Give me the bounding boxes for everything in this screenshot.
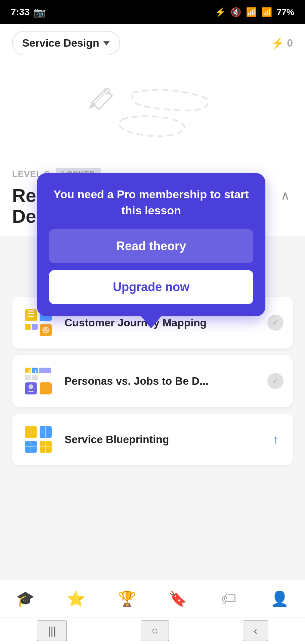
svg-rect-19: [40, 382, 52, 394]
svg-rect-15: [39, 368, 51, 373]
camera-icon: 📷: [34, 7, 45, 18]
battery: 77%: [277, 7, 294, 17]
lesson-icon: J T: [21, 366, 55, 396]
lesson-title-text: Personas vs. Jobs to Be D...: [64, 375, 258, 387]
level-section: LEVEL 2 LOCKED ResDes ∧ You need a Pro m…: [0, 160, 305, 236]
lesson-title-text: Service Blueprinting: [64, 433, 258, 446]
collapse-button[interactable]: ∧: [277, 185, 293, 206]
popup-message: You need a Pro membership to start this …: [49, 186, 253, 218]
list-item[interactable]: Service Blueprinting ↑: [12, 414, 293, 465]
nav-item-bookmarks[interactable]: 🔖: [165, 587, 191, 610]
signal-icon: 📶: [261, 7, 272, 17]
lesson-icon: [21, 424, 55, 454]
blueprinting-icon: [23, 424, 53, 454]
svg-point-11: [43, 328, 45, 330]
read-theory-button[interactable]: Read theory: [49, 229, 253, 263]
status-bar-right: ⚡ 🔇 📶 📶 77%: [215, 7, 294, 17]
check-icon: ✓: [267, 373, 284, 389]
bottom-nav: 🎓 ⭐ 🏆 🔖 🏷 👤: [0, 580, 305, 617]
nav-item-learn[interactable]: 🎓: [12, 587, 39, 610]
bluetooth-icon: ⚡: [215, 7, 226, 17]
status-bar-left: 7:33 📷: [11, 7, 45, 18]
header: Service Design ⚡ 0: [0, 24, 305, 62]
personas-icon: J T: [23, 366, 53, 396]
wifi-icon: 📶: [246, 7, 257, 17]
nav-item-labels[interactable]: 🏷: [215, 587, 242, 610]
popup-arrow: [141, 316, 161, 328]
svg-point-12: [47, 328, 48, 330]
nav-item-leaderboard[interactable]: 🏆: [114, 587, 140, 610]
popup-box: You need a Pro membership to start this …: [37, 173, 265, 316]
android-nav: ||| ○ ‹: [0, 617, 305, 644]
svg-text:T: T: [34, 369, 37, 374]
time: 7:33: [11, 7, 30, 17]
svg-point-22: [29, 384, 33, 389]
chevron-down-icon: [103, 41, 110, 46]
svg-rect-17: [32, 375, 38, 380]
pro-membership-popup: You need a Pro membership to start this …: [37, 173, 265, 328]
volume-icon: 🔇: [230, 7, 241, 17]
lightning-icon: ⚡: [271, 37, 284, 50]
status-bar: 7:33 📷 ⚡ 🔇 📶 📶 77%: [0, 0, 305, 24]
lightning-badge: ⚡ 0: [271, 37, 293, 50]
illustration-area: [0, 62, 305, 160]
android-menu-button[interactable]: |||: [37, 621, 67, 641]
course-illustration: [72, 76, 233, 143]
nav-item-practice[interactable]: ⭐: [63, 587, 90, 610]
svg-rect-16: [25, 375, 31, 380]
list-item[interactable]: J T Personas vs. Jobs to Be D... ✓: [12, 355, 293, 407]
svg-text:J: J: [28, 369, 30, 374]
nav-item-profile[interactable]: 👤: [266, 587, 293, 610]
arrow-up-icon: ↑: [267, 431, 284, 447]
android-back-button[interactable]: ‹: [243, 621, 268, 641]
svg-rect-3: [25, 324, 31, 330]
course-selector-button[interactable]: Service Design: [12, 31, 120, 55]
lightning-count: 0: [287, 37, 293, 49]
upgrade-now-button[interactable]: Upgrade now: [49, 270, 253, 304]
course-title: Service Design: [22, 37, 99, 49]
android-home-button[interactable]: ○: [141, 621, 169, 641]
check-icon: ✓: [267, 315, 284, 331]
